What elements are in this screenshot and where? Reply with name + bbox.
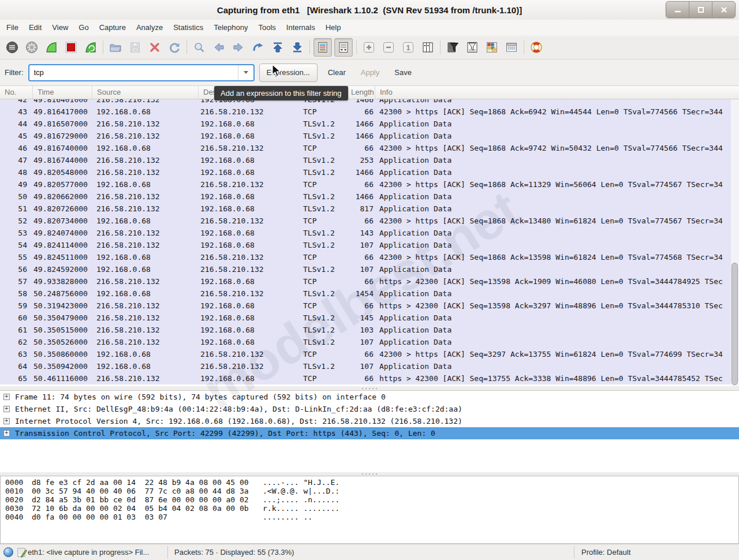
menu-item[interactable]: Internals [281,20,320,36]
packet-protocol: TLSv1.2 [301,166,346,178]
interfaces-list-button[interactable] [3,39,21,56]
packet-row[interactable]: 54 49.824114000 216.58.210.132 192.168.0… [0,239,731,251]
detail-row[interactable]: Internet Protocol Version 4, Src: 192.16… [0,415,739,427]
go-to-packet-button[interactable] [249,39,267,56]
packet-row[interactable]: 59 50.319423000 216.58.210.132 192.168.0… [0,300,731,312]
column-header-time[interactable]: Time [33,86,92,99]
clear-button[interactable]: Clear [326,68,348,77]
packet-row[interactable]: 44 49.816507000 216.58.210.132 192.168.0… [0,118,731,130]
column-header-source[interactable]: Source [92,86,199,99]
capture-restart-button[interactable] [82,39,99,56]
menu-item[interactable]: File [1,20,24,36]
column-header-no[interactable]: No. [0,86,33,99]
hex-row[interactable]: 0030 72 10 6b da 00 00 02 04 05 b4 04 02… [5,504,738,513]
packet-row[interactable]: 43 49.816417000 192.168.0.68 216.58.210.… [0,106,731,118]
resize-columns-button[interactable] [419,39,436,56]
packet-row[interactable]: 64 50.350942000 192.168.0.68 216.58.210.… [0,360,731,372]
packet-row[interactable]: 48 49.820548000 216.58.210.132 192.168.0… [0,166,731,178]
coloring-rules-button[interactable] [483,39,501,56]
zoom-in-button[interactable] [360,39,378,56]
packet-row[interactable]: 57 49.933828000 216.58.210.132 192.168.0… [0,275,731,288]
maximize-button[interactable] [689,2,712,17]
packet-row[interactable]: 53 49.824074000 216.58.210.132 192.168.0… [0,227,731,239]
packet-row[interactable]: 60 50.350479000 216.58.210.132 192.168.0… [0,312,731,324]
hex-row[interactable]: 0040 d0 fa 00 00 00 00 01 03 03 07 .....… [5,513,738,521]
expand-plus-icon[interactable] [3,394,10,400]
packet-list-scrollbar[interactable] [731,99,739,386]
packet-row[interactable]: 63 50.350860000 192.168.0.68 216.58.210.… [0,348,731,360]
hex-row[interactable]: 0000 d8 fe e3 cf 2d aa 00 14 22 48 b9 4a… [5,478,738,487]
packet-row[interactable]: 47 49.816744000 216.58.210.132 192.168.0… [0,154,731,166]
packet-row[interactable]: 62 50.350526000 216.58.210.132 192.168.0… [0,336,731,348]
menu-item[interactable]: Edit [24,20,47,36]
packet-info: Application Data [375,360,731,372]
go-to-bottom-button[interactable] [289,39,306,56]
capture-start-button[interactable] [43,39,60,56]
packet-row[interactable]: 65 50.461116000 216.58.210.132 192.168.0… [0,372,731,384]
help-button[interactable] [528,39,545,56]
filter-dropdown-button[interactable] [238,65,253,80]
packet-destination: 192.168.0.68 [199,203,301,215]
packet-row[interactable]: 55 49.824511000 192.168.0.68 216.58.210.… [0,251,731,263]
menu-item[interactable]: Statistics [168,20,208,36]
save-button[interactable]: Save [392,68,414,77]
packet-row[interactable]: 49 49.820577000 192.168.0.68 216.58.210.… [0,178,731,191]
capture-stop-button[interactable] [62,39,80,56]
detail-row[interactable]: Ethernet II, Src: DellEsgP_48:b9:4a (00:… [0,403,739,415]
packet-row[interactable]: 51 49.820726000 216.58.210.132 192.168.0… [0,203,731,215]
packet-destination: 216.58.210.132 [199,251,301,263]
menu-item[interactable]: Capture [94,20,131,36]
go-forward-button[interactable] [230,39,247,56]
menu-item[interactable]: Help [320,20,346,36]
menu-item[interactable]: Go [73,20,94,36]
colorize-toggle-button[interactable] [313,38,332,57]
packet-row[interactable]: 52 49.820734000 192.168.0.68 216.58.210.… [0,215,731,227]
profile-text[interactable]: Profile: Default [581,544,630,560]
close-button[interactable] [712,2,735,17]
capture-filters-button[interactable] [444,39,461,56]
menu-item[interactable]: Telephony [208,20,253,36]
detail-row[interactable]: Transmission Control Protocol, Src Port:… [0,427,739,439]
expression-button[interactable]: Expression... [259,64,318,82]
packet-row[interactable]: 56 49.824592000 192.168.0.68 216.58.210.… [0,263,731,275]
open-file-button[interactable] [107,39,124,56]
filter-combobox[interactable] [28,64,255,81]
packet-row[interactable]: 50 49.820662000 216.58.210.132 192.168.0… [0,191,731,203]
expert-info-icon[interactable] [3,547,13,557]
packet-row[interactable]: 45 49.816729000 216.58.210.132 192.168.0… [0,130,731,142]
hex-row[interactable]: 0020 d2 84 a5 3b 01 bb ce 0d 87 6e 00 00… [5,495,738,504]
packet-row[interactable]: 42 49.816401000 216.58.210.132 192.168.0… [0,99,731,106]
detail-row[interactable]: Frame 11: 74 bytes on wire (592 bits), 7… [0,391,739,403]
display-filters-button[interactable] [464,39,481,56]
autoscroll-toggle-button[interactable] [334,38,353,57]
packet-row[interactable]: 61 50.350515000 216.58.210.132 192.168.0… [0,324,731,336]
expand-plus-icon[interactable] [3,406,10,412]
packet-source: 192.168.0.68 [92,288,199,300]
menu-item[interactable]: Tools [253,20,281,36]
find-packet-button[interactable] [191,39,208,56]
go-back-button[interactable] [210,39,227,56]
column-header-length[interactable]: Length [346,86,375,99]
filter-input[interactable] [29,68,238,77]
pane-separator[interactable] [0,386,739,390]
hex-row[interactable]: 0010 00 3c 57 94 40 00 40 06 77 7c c0 a8… [5,487,738,495]
reload-button[interactable] [166,39,183,56]
close-file-button[interactable] [146,39,163,56]
packet-row[interactable]: 58 50.248756000 192.168.0.68 216.58.210.… [0,288,731,300]
zoom-out-button[interactable] [380,39,397,56]
column-header-info[interactable]: Info [375,86,739,99]
capture-options-button[interactable] [23,39,40,56]
expand-plus-icon[interactable] [3,418,10,424]
go-to-top-button[interactable] [269,39,286,56]
scrollbar-thumb[interactable] [731,263,738,385]
expand-plus-icon[interactable] [3,430,10,436]
minimize-button[interactable] [666,2,689,17]
menu-item[interactable]: View [47,20,73,36]
annotation-icon[interactable] [17,547,27,558]
menu-item[interactable]: Analyze [131,20,168,36]
save-file-button[interactable] [126,39,144,56]
preferences-button[interactable] [503,39,520,56]
packet-row[interactable]: 46 49.816740000 192.168.0.68 216.58.210.… [0,142,731,154]
apply-button[interactable]: Apply [359,68,382,77]
zoom-100-button[interactable]: 1 [400,39,417,56]
